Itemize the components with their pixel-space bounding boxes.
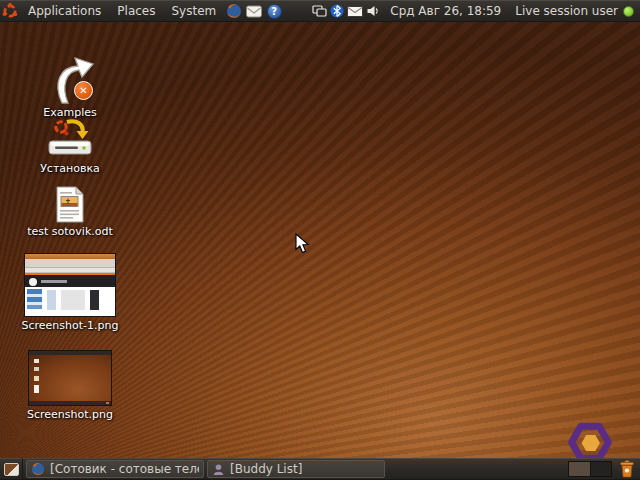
desktop-icon-screenshot[interactable]: Screenshot.png (18, 350, 122, 421)
presence-available-icon (623, 6, 634, 17)
firefox-icon (226, 3, 242, 19)
image-thumbnail-browser (24, 253, 116, 317)
bluetooth-tray-icon[interactable] (328, 0, 346, 22)
link-emblem-icon: ✕ (74, 81, 93, 100)
help-launcher[interactable]: ? (264, 0, 284, 22)
clock-text: Срд Авг 26, 18:59 (390, 4, 501, 18)
bottom-panel: [Сотовик - сотовые теле... [Buddy List] (0, 458, 640, 480)
help-icon: ? (267, 4, 282, 19)
menu-places[interactable]: Places (109, 0, 163, 22)
mouse-cursor (295, 233, 310, 254)
ubuntu-menu-icon[interactable] (0, 0, 20, 22)
desktop[interactable]: ✕ Examples Установка (0, 22, 640, 458)
window-button-label: [Сотовик - сотовые теле... (50, 462, 199, 476)
volume-tray-icon[interactable] (364, 0, 382, 22)
mail-launcher[interactable] (244, 0, 264, 22)
display-tray-icon[interactable] (310, 0, 328, 22)
menu-applications[interactable]: Applications (20, 0, 109, 22)
user-session-label: Live session user (515, 4, 618, 18)
mail-notification-icon (347, 6, 363, 17)
bluetooth-icon (330, 4, 344, 18)
desktop-icon-odt-document[interactable]: test sotovik.odt (10, 186, 130, 238)
desktop-icon-examples[interactable]: ✕ Examples (30, 56, 110, 119)
trash-applet[interactable] (616, 458, 638, 480)
user-session-menu[interactable]: Live session user (509, 4, 640, 18)
top-panel: Applications Places System ? (0, 0, 640, 22)
odt-document-icon (55, 186, 85, 223)
mail-tray-icon[interactable] (346, 0, 364, 22)
firefox-icon (31, 462, 45, 476)
firefox-launcher[interactable] (224, 0, 244, 22)
window-button-firefox[interactable]: [Сотовик - сотовые теле... (26, 460, 204, 478)
menu-places-label: Places (117, 4, 155, 18)
menu-system[interactable]: System (163, 0, 224, 22)
workspace-1[interactable] (569, 462, 591, 476)
show-desktop-icon (4, 463, 19, 476)
workspace-2[interactable] (591, 462, 612, 476)
installer-icon (46, 118, 94, 160)
volume-icon (367, 5, 379, 17)
window-button-buddy-list[interactable]: [Buddy List] (207, 460, 385, 478)
show-desktop-button[interactable] (0, 458, 23, 480)
trash-icon (618, 460, 636, 478)
mail-icon (246, 5, 262, 18)
image-thumbnail-desktop (28, 350, 112, 406)
help-glyph: ? (271, 6, 277, 17)
examples-link-icon: ✕ (45, 56, 95, 104)
desktop-icon-screenshot-1[interactable]: Screenshot-1.png (18, 253, 122, 332)
desktop-icon-installer[interactable]: Установка (30, 118, 110, 175)
ubuntu-logo-icon (2, 3, 18, 19)
menu-system-label: System (171, 4, 216, 18)
desktop-icon-label: Screenshot.png (27, 408, 113, 421)
clock-applet[interactable]: Срд Авг 26, 18:59 (382, 4, 509, 18)
desktop-icon-label: Установка (40, 162, 100, 175)
window-button-label: [Buddy List] (230, 462, 302, 476)
workspace-switcher[interactable] (568, 461, 612, 477)
pidgin-icon (212, 463, 225, 476)
windows-indicator-icon (312, 5, 327, 17)
menu-applications-label: Applications (28, 4, 101, 18)
desktop-icon-label: Screenshot-1.png (22, 319, 119, 332)
desktop-icon-label: test sotovik.odt (27, 225, 113, 238)
